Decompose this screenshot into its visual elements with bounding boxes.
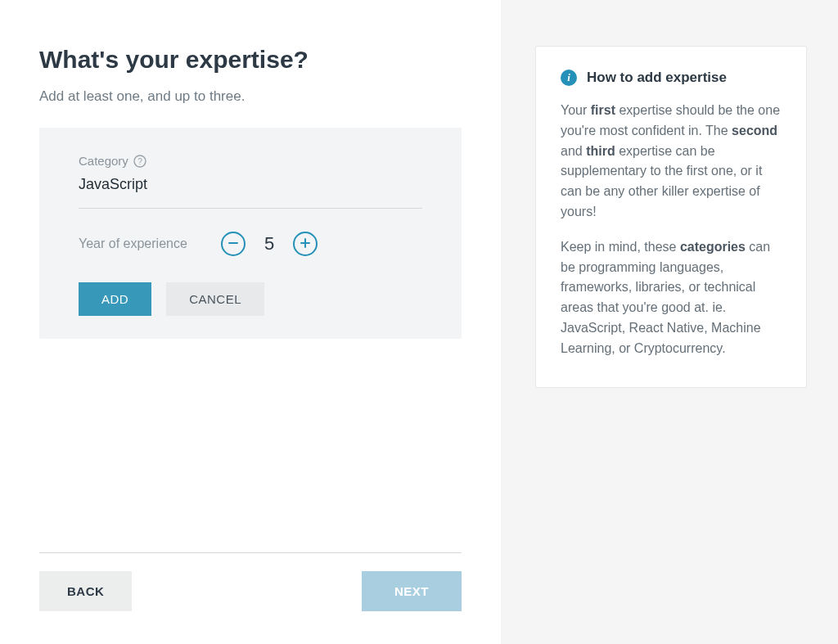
years-row: Year of experience 5	[79, 232, 422, 256]
decrement-button[interactable]	[221, 232, 246, 256]
category-label-row: Category ?	[79, 154, 146, 168]
next-button[interactable]: NEXT	[362, 571, 462, 611]
info-icon: i	[561, 70, 577, 86]
years-value: 5	[262, 233, 277, 254]
years-label: Year of experience	[79, 236, 201, 251]
nav-footer: BACK NEXT	[39, 552, 462, 611]
side-panel: i How to add expertise Your first expert…	[535, 0, 838, 644]
category-label: Category	[79, 154, 128, 168]
info-card: i How to add expertise Your first expert…	[535, 46, 807, 388]
years-stepper: 5	[221, 232, 318, 256]
back-button[interactable]: BACK	[39, 571, 132, 611]
expertise-card: Category ? JavaScript Year of experience…	[39, 128, 462, 339]
minus-icon	[228, 237, 239, 251]
panel-gap	[501, 0, 535, 644]
info-header: i How to add expertise	[561, 70, 782, 86]
add-button[interactable]: ADD	[79, 282, 151, 316]
card-actions: ADD CANCEL	[79, 282, 422, 316]
main-panel: What's your expertise? Add at least one,…	[0, 0, 501, 644]
svg-text:?: ?	[137, 156, 142, 165]
increment-button[interactable]	[293, 232, 318, 256]
info-paragraph-1: Your first expertise should be the one y…	[561, 101, 782, 223]
info-paragraph-2: Keep in mind, these categories can be pr…	[561, 237, 782, 359]
help-icon[interactable]: ?	[133, 155, 146, 168]
info-title: How to add expertise	[587, 70, 727, 86]
divider	[39, 552, 462, 553]
page-subtitle: Add at least one, and up to three.	[39, 88, 462, 105]
plus-icon	[300, 237, 311, 251]
info-body: Your first expertise should be the one y…	[561, 101, 782, 359]
cancel-button[interactable]: CANCEL	[166, 282, 264, 316]
page-title: What's your expertise?	[39, 46, 462, 74]
category-input[interactable]: JavaScript	[79, 176, 422, 209]
nav-row: BACK NEXT	[39, 571, 462, 611]
